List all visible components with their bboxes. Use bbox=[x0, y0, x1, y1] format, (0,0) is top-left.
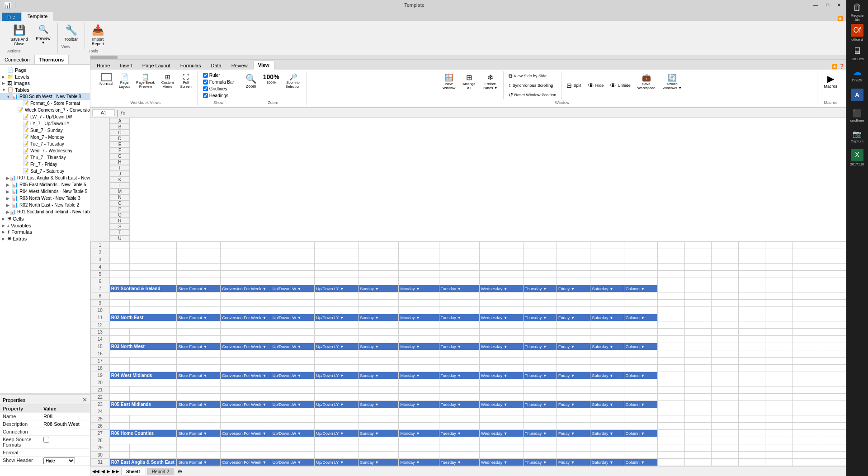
tab-page-layout[interactable]: Page Layout bbox=[138, 61, 175, 70]
tree-item-wed7[interactable]: 📝 Wed_7 - Wednesday bbox=[0, 147, 90, 154]
sync-scrolling-button[interactable]: ↕ Synchronous Scrolling bbox=[506, 81, 559, 90]
normal-view-button[interactable]: Normal bbox=[97, 71, 115, 88]
tree-item-sat7[interactable]: 📝 Sat_7 - Saturday bbox=[0, 168, 90, 174]
scroll-thumb[interactable] bbox=[90, 56, 118, 59]
ruler-checkbox[interactable] bbox=[203, 73, 208, 78]
page-layout-button[interactable]: 📄 Page Layout bbox=[116, 71, 132, 90]
formula-bar-checkbox-label[interactable]: Formula Bar bbox=[203, 80, 234, 85]
recycle-bin-icon[interactable]: 🗑 Recycle Bin bbox=[848, 3, 866, 21]
grid-area[interactable]: A B C D E F G H I J K L M bbox=[90, 118, 846, 466]
headings-checkbox-label[interactable]: Headings bbox=[203, 93, 228, 98]
save-workspace-button[interactable]: 💼 Save Workspace bbox=[635, 71, 658, 99]
view-side-by-side-button[interactable]: ⧉ View Side by Side bbox=[506, 71, 559, 80]
tree-item-variables[interactable]: ▶ 𝑥 Variables bbox=[0, 222, 90, 229]
sheet-nav-prev[interactable]: ◀◀ bbox=[92, 469, 99, 474]
zoom-selection-button[interactable]: 🔎 Zoom to Selection bbox=[283, 71, 303, 90]
cmdhere-icon[interactable]: ⬛ cmdhere bbox=[848, 107, 866, 125]
split-button[interactable]: ⊟ Split bbox=[564, 71, 584, 99]
sheet-nav-last[interactable]: ▶▶ bbox=[112, 469, 119, 474]
switch-windows-button[interactable]: 🔄 Switch Windows ▼ bbox=[660, 71, 685, 99]
sheet-tab-sheet1[interactable]: Sheet1 bbox=[121, 468, 146, 475]
full-screen-button[interactable]: ⛶ Full Screen bbox=[177, 71, 194, 90]
tab-template[interactable]: Template bbox=[22, 12, 54, 21]
tree-item-lw7[interactable]: 📝 LW_7 - Up/Down LW bbox=[0, 113, 90, 120]
tab-thorntons[interactable]: Thorntons bbox=[35, 55, 69, 64]
tab-insert[interactable]: Insert bbox=[115, 61, 137, 70]
help-button[interactable]: 🔼 bbox=[835, 16, 844, 21]
tree-item-cells[interactable]: ▶ ⊞ Cells bbox=[0, 215, 90, 222]
restore-button[interactable]: ◻ bbox=[824, 2, 831, 8]
tree-item-thu7[interactable]: 📝 Thu_7 - Thursday bbox=[0, 154, 90, 161]
right-sidebar: 🗑 Recycle Bin Of office d 🖥 Old Des ☁ On… bbox=[846, 0, 868, 476]
gridlines-checkbox-label[interactable]: Gridlines bbox=[203, 86, 227, 91]
sheet-nav-left[interactable]: ◀ bbox=[101, 469, 105, 474]
minimize-button[interactable]: — bbox=[811, 2, 820, 8]
tab-review[interactable]: Review bbox=[227, 61, 252, 70]
expand-icon[interactable]: 🔼 bbox=[832, 64, 837, 69]
new-window-button[interactable]: 🪟 New Window bbox=[440, 71, 458, 99]
headings-checkbox[interactable] bbox=[203, 93, 208, 98]
zoom-button[interactable]: 🔍 Zoom bbox=[243, 71, 259, 90]
tree-item-r07[interactable]: ▶ 📊 R07 East Anglia & South East - New T bbox=[0, 174, 90, 181]
tree-item-r04[interactable]: ▶ 📊 R04 West Midlands - New Table 5 bbox=[0, 188, 90, 195]
tab-view[interactable]: View bbox=[253, 61, 274, 70]
unhide-button[interactable]: 👁 Unhide bbox=[608, 71, 633, 99]
preview-button[interactable]: 🔍 Preview ▼ bbox=[33, 23, 54, 47]
office-icon[interactable]: Of office d bbox=[848, 24, 866, 42]
tab-connection[interactable]: Connection bbox=[0, 55, 35, 64]
tree-item-ly7[interactable]: 📝 LY_7 - Up/Down LY bbox=[0, 120, 90, 127]
tree-item-r02[interactable]: ▶ 📊 R02 North East - New Table 2 bbox=[0, 202, 90, 208]
freeze-panes-button[interactable]: ❄ Freeze Panes ▼ bbox=[480, 71, 500, 99]
sheet-tab-add[interactable]: ⊕ bbox=[175, 467, 185, 476]
cell-ref-box[interactable]: A1 bbox=[92, 109, 115, 116]
gridlines-checkbox[interactable] bbox=[203, 86, 208, 91]
tree-item-wc7[interactable]: 📝 Week Conversion_7 - Conversion bbox=[0, 107, 90, 113]
close-button[interactable]: ✕ bbox=[835, 2, 843, 8]
onedrive-icon[interactable]: ☁ OneDr bbox=[848, 65, 866, 83]
tree-item-tue7[interactable]: 📝 Tue_7 - Tuesday bbox=[0, 141, 90, 147]
show-header-select[interactable]: Hide Show bbox=[43, 457, 75, 464]
excel-doc-icon[interactable]: X 2017110 bbox=[848, 148, 866, 166]
macros-button[interactable]: ▶ Macros bbox=[821, 71, 840, 90]
save-and-close-button[interactable]: 💾 Save And Close bbox=[7, 23, 31, 48]
toolbar-button[interactable]: 🔧 Toolbar bbox=[61, 23, 81, 43]
levels-icon: 📁 bbox=[7, 74, 14, 80]
tree-item-fri7[interactable]: 📝 Fri_7 - Friday bbox=[0, 161, 90, 168]
tree-item-r05[interactable]: ▶ 📊 R05 East Midlands - New Table 5 bbox=[0, 181, 90, 188]
sheet-nav-right[interactable]: ▶ bbox=[107, 469, 110, 474]
tree-item-r08[interactable]: ▼ 📊 R08 South West - New Table 8 bbox=[0, 93, 90, 100]
formula-input[interactable] bbox=[127, 110, 844, 116]
tab-formulas[interactable]: Formulas bbox=[176, 61, 206, 70]
ruler-checkbox-label[interactable]: Ruler bbox=[203, 73, 220, 78]
custom-views-button[interactable]: ⊞ Custom Views bbox=[159, 71, 177, 90]
page-break-preview-button[interactable]: 📋 Page Break Preview bbox=[133, 71, 158, 90]
capture-icon[interactable]: 📷 Capture bbox=[848, 127, 866, 146]
app2-icon[interactable]: A bbox=[848, 86, 866, 104]
arrange-all-button[interactable]: ⊞ Arrange All bbox=[460, 71, 478, 99]
reset-window-button[interactable]: ↺ Reset Window Position bbox=[506, 90, 559, 99]
tree-item-page[interactable]: 📄 Page bbox=[0, 66, 90, 73]
tree-item-levels[interactable]: ▶ 📁 Levels bbox=[0, 73, 90, 80]
tree-item-mon7[interactable]: 📝 Mon_7 - Monday bbox=[0, 134, 90, 141]
sheet-tab-report2[interactable]: Report 2 bbox=[147, 468, 174, 475]
hide-button[interactable]: 👁 Hide bbox=[585, 71, 606, 99]
formula-bar-checkbox[interactable] bbox=[203, 80, 208, 85]
properties-close-button[interactable]: ✕ bbox=[82, 396, 87, 403]
field-icon-10: 📝 bbox=[23, 161, 29, 167]
tree-item-sun7[interactable]: 📝 Sun_7 - Sunday bbox=[0, 127, 90, 134]
tab-data[interactable]: Data bbox=[206, 61, 226, 70]
tree-item-r01[interactable]: ▶ 📊 R01 Scotland and Ireland - New Table bbox=[0, 208, 90, 215]
tree-item-format6[interactable]: 📝 Format_6 - Store Format bbox=[0, 100, 90, 107]
tab-file[interactable]: File bbox=[2, 13, 21, 21]
tree-item-extras[interactable]: ▶ ⊕ Extras bbox=[0, 235, 90, 242]
tab-home[interactable]: Home bbox=[92, 61, 114, 70]
import-report-button[interactable]: 📥 Import Report bbox=[89, 23, 107, 48]
tree-item-images[interactable]: ▶ 🖼 Images bbox=[0, 80, 90, 86]
keep-source-formats-checkbox[interactable] bbox=[43, 437, 49, 443]
excel-help-icon[interactable]: ❓ bbox=[839, 64, 844, 69]
tree-item-tables[interactable]: ▼ 📋 Tables bbox=[0, 86, 90, 93]
zoom-100-button[interactable]: 100% 100% bbox=[260, 71, 282, 86]
tree-item-formulas[interactable]: ▶ ƒ Formulas bbox=[0, 229, 90, 235]
tree-item-r03[interactable]: ▶ 📊 R03 North West - New Table 3 bbox=[0, 195, 90, 202]
old-desktop-icon[interactable]: 🖥 Old Des bbox=[848, 44, 866, 62]
